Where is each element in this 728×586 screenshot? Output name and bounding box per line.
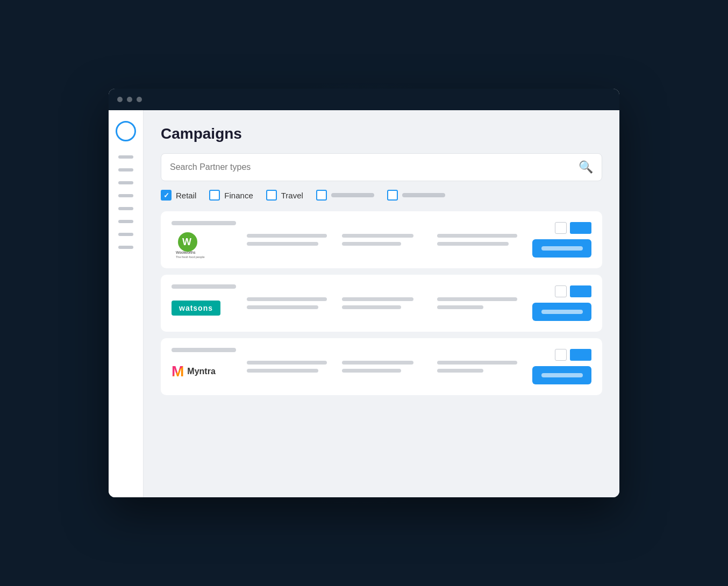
filter-extra1[interactable] xyxy=(316,190,374,201)
filter-row: Retail Finance Travel xyxy=(161,190,602,201)
checkbox-travel[interactable] xyxy=(266,190,277,201)
myntra-logo: M Myntra xyxy=(172,363,216,380)
sidebar-logo[interactable] xyxy=(116,121,136,141)
ph xyxy=(247,361,327,365)
filter-retail[interactable]: Retail xyxy=(161,190,196,201)
woolworths-col-3 xyxy=(437,234,522,246)
myntra-toggle-inactive[interactable] xyxy=(555,349,567,361)
sidebar-item-7[interactable] xyxy=(118,233,133,236)
myntra-logo-wrap: M Myntra xyxy=(172,358,236,385)
ph xyxy=(247,305,318,309)
myntra-card-actions xyxy=(532,349,591,384)
myntra-title-placeholder xyxy=(172,348,236,352)
ph xyxy=(437,361,517,365)
woolworths-btn-content xyxy=(541,246,583,251)
myntra-col-1 xyxy=(247,361,331,373)
watsons-col-1 xyxy=(247,297,331,309)
woolworths-action-button[interactable] xyxy=(532,239,591,258)
myntra-col-2 xyxy=(342,361,426,373)
woolworths-title-placeholder xyxy=(172,221,236,225)
myntra-action-button[interactable] xyxy=(532,366,591,384)
watsons-action-button[interactable] xyxy=(532,303,591,321)
sidebar-item-6[interactable] xyxy=(118,220,133,223)
woolworths-card-actions xyxy=(532,222,591,258)
ph xyxy=(437,305,483,309)
woolworths-card-cols xyxy=(247,234,522,246)
watsons-col-3 xyxy=(437,297,522,309)
checkbox-extra2[interactable] xyxy=(387,190,398,201)
watsons-logo: watsons xyxy=(172,301,220,316)
app-window: Campaigns 🔍 Retail Finance Travel xyxy=(109,89,619,497)
filter-retail-label: Retail xyxy=(176,191,196,200)
ph xyxy=(342,361,413,365)
sidebar-item-1[interactable] xyxy=(118,155,133,159)
sidebar-item-8[interactable] xyxy=(118,246,133,249)
sidebar-item-5[interactable] xyxy=(118,207,133,210)
svg-text:Woolworths: Woolworths xyxy=(176,251,196,254)
woolworths-toggle-row xyxy=(555,222,591,234)
partner-card-myntra: M Myntra xyxy=(161,338,602,395)
woolworths-logo-svg: W Woolworths The fresh food people xyxy=(172,230,215,260)
ph xyxy=(342,305,401,309)
woolworths-col-2 xyxy=(342,234,426,246)
watsons-logo-area: watsons xyxy=(172,284,236,322)
myntra-col-3 xyxy=(437,361,522,373)
woolworths-logo-area: W Woolworths The fresh food people xyxy=(172,221,236,259)
filter-finance[interactable]: Finance xyxy=(209,190,253,201)
page-area: Campaigns 🔍 Retail Finance Travel xyxy=(144,110,619,497)
ph xyxy=(437,242,509,246)
myntra-m-icon: M xyxy=(172,363,184,380)
sidebar-item-4[interactable] xyxy=(118,194,133,197)
search-input[interactable] xyxy=(170,162,579,172)
sidebar-item-2[interactable] xyxy=(118,168,133,171)
window-dot-3 xyxy=(137,97,142,102)
ph xyxy=(437,234,517,238)
ph xyxy=(342,234,413,238)
filter-extra2[interactable] xyxy=(387,190,445,201)
svg-text:W: W xyxy=(182,237,191,247)
watsons-toggle-active[interactable] xyxy=(570,285,591,297)
ph xyxy=(342,369,401,373)
search-icon[interactable]: 🔍 xyxy=(579,160,593,174)
checkbox-finance[interactable] xyxy=(209,190,220,201)
watsons-col-2 xyxy=(342,297,426,309)
partner-card-watsons: watsons xyxy=(161,275,602,332)
main-content: Campaigns 🔍 Retail Finance Travel xyxy=(109,110,619,497)
filter-extra2-placeholder xyxy=(402,193,445,197)
watsons-logo-wrap: watsons xyxy=(172,294,236,322)
myntra-toggle-row xyxy=(555,349,591,361)
woolworths-toggle-active[interactable] xyxy=(570,222,591,234)
myntra-logo-area: M Myntra xyxy=(172,348,236,385)
ph xyxy=(342,297,413,301)
ph xyxy=(247,242,318,246)
page-title: Campaigns xyxy=(161,125,602,142)
svg-text:The fresh food people: The fresh food people xyxy=(176,255,205,259)
checkbox-retail[interactable] xyxy=(161,190,172,201)
watsons-card-cols xyxy=(247,297,522,309)
myntra-card-cols xyxy=(247,361,522,373)
partner-card-woolworths: W Woolworths The fresh food people xyxy=(161,211,602,268)
myntra-toggle-active[interactable] xyxy=(570,349,591,361)
myntra-text: Myntra xyxy=(187,367,215,376)
ph xyxy=(342,242,401,246)
ph xyxy=(437,369,483,373)
woolworths-toggle-inactive[interactable] xyxy=(555,222,567,234)
woolworths-logo-wrap: W Woolworths The fresh food people xyxy=(172,231,236,259)
filter-extra1-placeholder xyxy=(331,193,374,197)
checkbox-extra1[interactable] xyxy=(316,190,327,201)
ph xyxy=(247,297,327,301)
title-bar xyxy=(109,89,619,110)
myntra-btn-content xyxy=(541,373,583,377)
watsons-title-placeholder xyxy=(172,284,236,289)
window-dot-1 xyxy=(117,97,123,102)
filter-travel[interactable]: Travel xyxy=(266,190,303,201)
search-bar: 🔍 xyxy=(161,153,602,181)
ph xyxy=(437,297,517,301)
ph xyxy=(247,369,318,373)
sidebar-item-3[interactable] xyxy=(118,181,133,184)
filter-finance-label: Finance xyxy=(224,191,253,200)
filter-travel-label: Travel xyxy=(281,191,303,200)
watsons-toggle-inactive[interactable] xyxy=(555,285,567,297)
ph xyxy=(247,234,327,238)
watsons-btn-content xyxy=(541,310,583,314)
